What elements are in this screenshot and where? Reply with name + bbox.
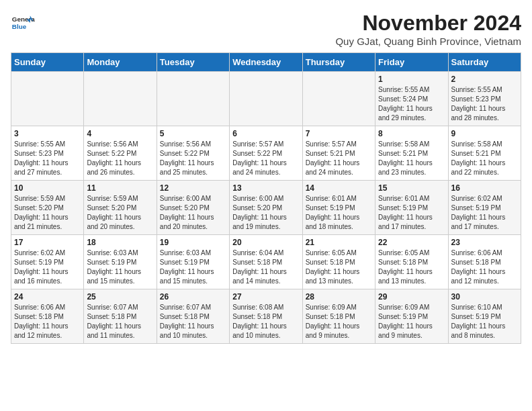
day-number: 14 bbox=[306, 183, 372, 193]
calendar-week-row: 10Sunrise: 5:59 AM Sunset: 5:20 PM Dayli… bbox=[11, 181, 521, 235]
weekday-header-tuesday: Tuesday bbox=[157, 53, 229, 72]
calendar-cell: 24Sunrise: 6:06 AM Sunset: 5:18 PM Dayli… bbox=[11, 289, 84, 344]
weekday-header-wednesday: Wednesday bbox=[230, 53, 302, 72]
logo-icon: General Blue bbox=[11, 11, 35, 35]
calendar-cell: 21Sunrise: 6:05 AM Sunset: 5:18 PM Dayli… bbox=[302, 235, 375, 289]
day-info: Sunrise: 6:03 AM Sunset: 5:19 PM Dayligh… bbox=[87, 248, 153, 286]
weekday-header-sunday: Sunday bbox=[11, 53, 84, 72]
calendar-cell: 17Sunrise: 6:02 AM Sunset: 5:19 PM Dayli… bbox=[11, 235, 84, 289]
day-number: 6 bbox=[232, 129, 299, 138]
calendar-cell bbox=[11, 72, 84, 126]
calendar-cell: 29Sunrise: 6:09 AM Sunset: 5:19 PM Dayli… bbox=[375, 289, 448, 344]
calendar-cell: 3Sunrise: 5:55 AM Sunset: 5:23 PM Daylig… bbox=[11, 126, 84, 181]
day-info: Sunrise: 6:03 AM Sunset: 5:19 PM Dayligh… bbox=[160, 248, 226, 286]
day-number: 28 bbox=[306, 292, 372, 302]
weekday-header-thursday: Thursday bbox=[302, 53, 375, 72]
day-number: 25 bbox=[87, 292, 153, 302]
day-number: 10 bbox=[14, 183, 81, 193]
title-block: November 2024 Quy GJat, Quang Binh Provi… bbox=[335, 11, 521, 47]
day-number: 8 bbox=[378, 129, 445, 138]
svg-text:Blue: Blue bbox=[12, 23, 27, 30]
day-number: 15 bbox=[378, 183, 445, 193]
calendar-cell: 12Sunrise: 6:00 AM Sunset: 5:20 PM Dayli… bbox=[157, 181, 229, 235]
day-info: Sunrise: 6:07 AM Sunset: 5:18 PM Dayligh… bbox=[160, 303, 226, 340]
day-info: Sunrise: 5:57 AM Sunset: 5:21 PM Dayligh… bbox=[306, 140, 372, 177]
day-info: Sunrise: 5:58 AM Sunset: 5:21 PM Dayligh… bbox=[378, 140, 445, 177]
calendar-cell: 18Sunrise: 6:03 AM Sunset: 5:19 PM Dayli… bbox=[84, 235, 157, 289]
calendar-cell: 11Sunrise: 5:59 AM Sunset: 5:20 PM Dayli… bbox=[84, 181, 157, 235]
day-number: 29 bbox=[378, 292, 445, 302]
day-number: 19 bbox=[160, 238, 226, 247]
calendar-cell: 16Sunrise: 6:02 AM Sunset: 5:19 PM Dayli… bbox=[448, 181, 521, 235]
calendar-week-row: 1Sunrise: 5:55 AM Sunset: 5:24 PM Daylig… bbox=[11, 72, 521, 126]
calendar-cell bbox=[157, 72, 229, 126]
calendar-week-row: 24Sunrise: 6:06 AM Sunset: 5:18 PM Dayli… bbox=[11, 289, 521, 344]
day-number: 20 bbox=[232, 238, 299, 247]
calendar-cell: 27Sunrise: 6:08 AM Sunset: 5:18 PM Dayli… bbox=[230, 289, 302, 344]
location-subtitle: Quy GJat, Quang Binh Province, Vietnam bbox=[335, 36, 521, 47]
day-info: Sunrise: 5:58 AM Sunset: 5:21 PM Dayligh… bbox=[451, 140, 518, 177]
calendar-cell: 10Sunrise: 5:59 AM Sunset: 5:20 PM Dayli… bbox=[11, 181, 84, 235]
day-info: Sunrise: 5:55 AM Sunset: 5:24 PM Dayligh… bbox=[378, 85, 445, 123]
weekday-header-monday: Monday bbox=[84, 53, 157, 72]
calendar-cell: 8Sunrise: 5:58 AM Sunset: 5:21 PM Daylig… bbox=[375, 126, 448, 181]
calendar-cell: 26Sunrise: 6:07 AM Sunset: 5:18 PM Dayli… bbox=[157, 289, 229, 344]
calendar-cell: 15Sunrise: 6:01 AM Sunset: 5:19 PM Dayli… bbox=[375, 181, 448, 235]
day-number: 16 bbox=[451, 183, 518, 193]
calendar-cell: 13Sunrise: 6:00 AM Sunset: 5:20 PM Dayli… bbox=[230, 181, 302, 235]
calendar-week-row: 3Sunrise: 5:55 AM Sunset: 5:23 PM Daylig… bbox=[11, 126, 521, 181]
day-info: Sunrise: 5:56 AM Sunset: 5:22 PM Dayligh… bbox=[160, 140, 226, 177]
day-info: Sunrise: 6:02 AM Sunset: 5:19 PM Dayligh… bbox=[14, 248, 81, 286]
day-info: Sunrise: 6:10 AM Sunset: 5:19 PM Dayligh… bbox=[451, 303, 518, 340]
calendar-cell: 22Sunrise: 6:05 AM Sunset: 5:18 PM Dayli… bbox=[375, 235, 448, 289]
day-info: Sunrise: 6:06 AM Sunset: 5:18 PM Dayligh… bbox=[451, 248, 518, 286]
day-number: 1 bbox=[378, 75, 445, 84]
calendar-cell bbox=[84, 72, 157, 126]
calendar-cell: 28Sunrise: 6:09 AM Sunset: 5:18 PM Dayli… bbox=[302, 289, 375, 344]
day-info: Sunrise: 5:59 AM Sunset: 5:20 PM Dayligh… bbox=[87, 194, 153, 232]
weekday-header-friday: Friday bbox=[375, 53, 448, 72]
day-number: 22 bbox=[378, 238, 445, 247]
day-info: Sunrise: 6:01 AM Sunset: 5:19 PM Dayligh… bbox=[306, 194, 372, 232]
calendar-cell: 2Sunrise: 5:55 AM Sunset: 5:23 PM Daylig… bbox=[448, 72, 521, 126]
calendar-week-row: 17Sunrise: 6:02 AM Sunset: 5:19 PM Dayli… bbox=[11, 235, 521, 289]
day-info: Sunrise: 6:02 AM Sunset: 5:19 PM Dayligh… bbox=[451, 194, 518, 232]
calendar-cell: 20Sunrise: 6:04 AM Sunset: 5:18 PM Dayli… bbox=[230, 235, 302, 289]
day-number: 27 bbox=[232, 292, 299, 302]
calendar-cell: 19Sunrise: 6:03 AM Sunset: 5:19 PM Dayli… bbox=[157, 235, 229, 289]
day-number: 17 bbox=[14, 238, 81, 247]
weekday-header-saturday: Saturday bbox=[448, 53, 521, 72]
calendar-cell: 1Sunrise: 5:55 AM Sunset: 5:24 PM Daylig… bbox=[375, 72, 448, 126]
day-number: 12 bbox=[160, 183, 226, 193]
calendar-cell: 7Sunrise: 5:57 AM Sunset: 5:21 PM Daylig… bbox=[302, 126, 375, 181]
day-number: 5 bbox=[160, 129, 226, 138]
calendar-cell: 4Sunrise: 5:56 AM Sunset: 5:22 PM Daylig… bbox=[84, 126, 157, 181]
day-number: 11 bbox=[87, 183, 153, 193]
calendar-cell bbox=[230, 72, 302, 126]
day-number: 24 bbox=[14, 292, 81, 302]
calendar-cell: 9Sunrise: 5:58 AM Sunset: 5:21 PM Daylig… bbox=[448, 126, 521, 181]
calendar-cell: 14Sunrise: 6:01 AM Sunset: 5:19 PM Dayli… bbox=[302, 181, 375, 235]
day-number: 21 bbox=[306, 238, 372, 247]
day-info: Sunrise: 6:01 AM Sunset: 5:19 PM Dayligh… bbox=[378, 194, 445, 232]
day-info: Sunrise: 6:09 AM Sunset: 5:19 PM Dayligh… bbox=[378, 303, 445, 340]
day-info: Sunrise: 5:56 AM Sunset: 5:22 PM Dayligh… bbox=[87, 140, 153, 177]
calendar-cell: 6Sunrise: 5:57 AM Sunset: 5:22 PM Daylig… bbox=[230, 126, 302, 181]
day-info: Sunrise: 6:05 AM Sunset: 5:18 PM Dayligh… bbox=[378, 248, 445, 286]
logo: General Blue bbox=[11, 11, 35, 35]
calendar-cell: 5Sunrise: 5:56 AM Sunset: 5:22 PM Daylig… bbox=[157, 126, 229, 181]
day-number: 13 bbox=[232, 183, 299, 193]
month-title: November 2024 bbox=[335, 11, 521, 36]
day-info: Sunrise: 6:08 AM Sunset: 5:18 PM Dayligh… bbox=[232, 303, 299, 340]
day-info: Sunrise: 6:00 AM Sunset: 5:20 PM Dayligh… bbox=[232, 194, 299, 232]
day-info: Sunrise: 5:57 AM Sunset: 5:22 PM Dayligh… bbox=[232, 140, 299, 177]
calendar-cell: 23Sunrise: 6:06 AM Sunset: 5:18 PM Dayli… bbox=[448, 235, 521, 289]
day-number: 30 bbox=[451, 292, 518, 302]
day-number: 9 bbox=[451, 129, 518, 138]
calendar-cell: 30Sunrise: 6:10 AM Sunset: 5:19 PM Dayli… bbox=[448, 289, 521, 344]
day-number: 26 bbox=[160, 292, 226, 302]
day-number: 18 bbox=[87, 238, 153, 247]
day-number: 4 bbox=[87, 129, 153, 138]
calendar-cell bbox=[302, 72, 375, 126]
day-info: Sunrise: 5:59 AM Sunset: 5:20 PM Dayligh… bbox=[14, 194, 81, 232]
